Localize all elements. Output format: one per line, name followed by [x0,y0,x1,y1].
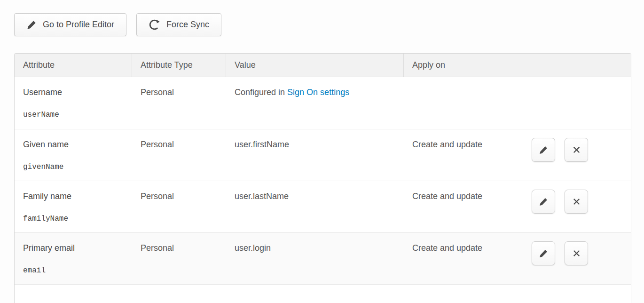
delete-attribute-button[interactable] [565,138,588,162]
header-attribute-type: Attribute Type [132,54,226,77]
cell-attribute: Primary email email [15,233,132,284]
header-actions [522,54,631,77]
delete-attribute-button[interactable] [565,241,588,265]
edit-attribute-button[interactable] [532,241,555,265]
cell-value: user.lastName [226,181,404,232]
force-sync-button[interactable]: Force Sync [136,13,221,36]
cell-attribute-type: Personal [132,129,226,181]
cell-attribute: Username userName [15,77,132,129]
table-row-family-name: Family name familyName Personal user.las… [15,181,631,232]
pencil-icon [539,145,548,155]
cell-actions [522,129,631,181]
table-row-username: Username userName Personal Configured in… [15,77,631,129]
value-text: Configured in [235,88,285,97]
delete-attribute-button[interactable] [565,190,588,214]
table-row-given-name: Given name givenName Personal user.first… [15,129,631,181]
cell-apply-on: Create and update [404,181,522,232]
cell-attribute-type: Personal [132,77,226,129]
table-row-partial [15,284,631,303]
go-to-profile-editor-label: Go to Profile Editor [43,20,114,30]
table-row-primary-email: Primary email email Personal user.login … [15,232,631,284]
refresh-icon [149,19,160,31]
attribute-label: Username [23,87,126,98]
force-sync-label: Force Sync [166,20,209,30]
attribute-variable-name: userName [23,109,126,120]
attribute-variable-name: familyName [23,213,126,224]
cell-attribute: Family name familyName [15,181,132,232]
cell-value: user.login [226,233,404,284]
table-header-row: Attribute Attribute Type Value Apply on [15,54,631,77]
cell-actions [522,181,631,232]
cell-attribute-type: Personal [132,181,226,232]
header-attribute: Attribute [15,54,132,77]
cell-value: user.firstName [226,129,404,181]
edit-attribute-button[interactable] [532,190,555,214]
close-icon [572,145,581,155]
pencil-icon [539,197,548,207]
header-value: Value [226,54,404,77]
pencil-icon [26,20,37,30]
cell-apply-on [404,77,522,129]
edit-attribute-button[interactable] [532,138,555,162]
pencil-icon [539,249,548,258]
header-apply-on: Apply on [404,54,522,77]
attribute-label: Given name [23,139,126,150]
cell-attribute: Given name givenName [15,129,132,181]
sign-on-settings-link[interactable]: Sign On settings [287,88,349,97]
cell-value: Configured inSign On settings [226,77,404,129]
go-to-profile-editor-button[interactable]: Go to Profile Editor [14,13,126,36]
close-icon [572,197,581,207]
attribute-label: Family name [23,191,126,202]
attribute-mapping-table: Attribute Attribute Type Value Apply on … [14,53,631,303]
cell-apply-on: Create and update [404,233,522,284]
attribute-label: Primary email [23,242,126,254]
cell-apply-on: Create and update [404,129,522,181]
cell-actions [522,233,631,284]
cell-actions [522,77,631,129]
close-icon [572,248,581,258]
toolbar: Go to Profile Editor Force Sync [0,0,644,36]
cell-attribute-type: Personal [132,233,226,284]
attribute-variable-name: givenName [23,161,126,173]
attribute-variable-name: email [23,265,126,276]
